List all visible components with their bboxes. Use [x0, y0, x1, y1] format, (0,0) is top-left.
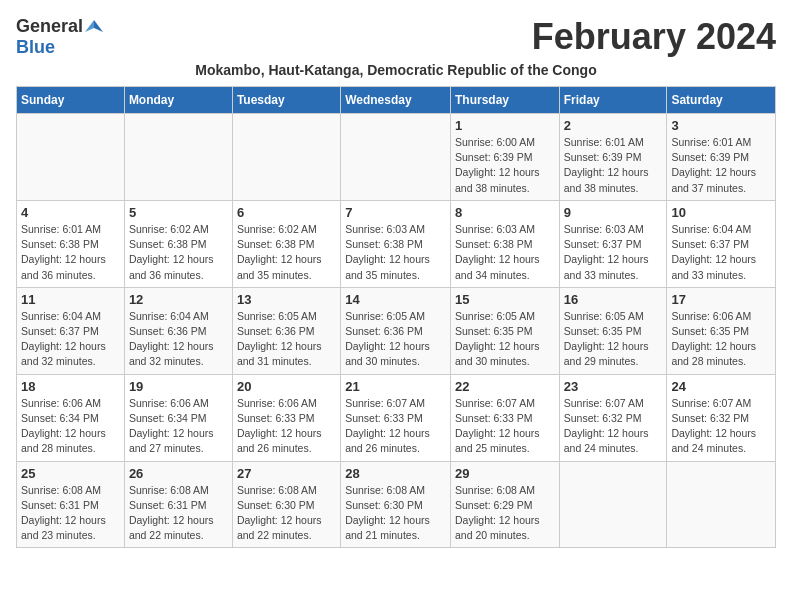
- calendar-cell: 13Sunrise: 6:05 AMSunset: 6:36 PMDayligh…: [232, 287, 340, 374]
- day-info: Sunrise: 6:08 AMSunset: 6:31 PMDaylight:…: [21, 483, 120, 544]
- subtitle: Mokambo, Haut-Katanga, Democratic Republ…: [16, 62, 776, 78]
- calendar-table: SundayMondayTuesdayWednesdayThursdayFrid…: [16, 86, 776, 548]
- day-number: 16: [564, 292, 663, 307]
- day-info: Sunrise: 6:06 AMSunset: 6:34 PMDaylight:…: [129, 396, 228, 457]
- day-number: 28: [345, 466, 446, 481]
- day-info: Sunrise: 6:07 AMSunset: 6:32 PMDaylight:…: [671, 396, 771, 457]
- calendar-cell: [559, 461, 667, 548]
- calendar-cell: 24Sunrise: 6:07 AMSunset: 6:32 PMDayligh…: [667, 374, 776, 461]
- day-info: Sunrise: 6:02 AMSunset: 6:38 PMDaylight:…: [129, 222, 228, 283]
- day-number: 6: [237, 205, 336, 220]
- weekday-header-friday: Friday: [559, 87, 667, 114]
- day-info: Sunrise: 6:06 AMSunset: 6:34 PMDaylight:…: [21, 396, 120, 457]
- day-number: 11: [21, 292, 120, 307]
- day-info: Sunrise: 6:05 AMSunset: 6:36 PMDaylight:…: [237, 309, 336, 370]
- svg-marker-0: [94, 20, 103, 32]
- calendar-cell: 15Sunrise: 6:05 AMSunset: 6:35 PMDayligh…: [450, 287, 559, 374]
- calendar-cell: [232, 114, 340, 201]
- calendar-cell: 28Sunrise: 6:08 AMSunset: 6:30 PMDayligh…: [341, 461, 451, 548]
- calendar-cell: 10Sunrise: 6:04 AMSunset: 6:37 PMDayligh…: [667, 200, 776, 287]
- calendar-cell: 5Sunrise: 6:02 AMSunset: 6:38 PMDaylight…: [124, 200, 232, 287]
- calendar-cell: 2Sunrise: 6:01 AMSunset: 6:39 PMDaylight…: [559, 114, 667, 201]
- calendar-cell: 26Sunrise: 6:08 AMSunset: 6:31 PMDayligh…: [124, 461, 232, 548]
- logo-general: General: [16, 16, 83, 37]
- calendar-cell: 17Sunrise: 6:06 AMSunset: 6:35 PMDayligh…: [667, 287, 776, 374]
- day-info: Sunrise: 6:06 AMSunset: 6:35 PMDaylight:…: [671, 309, 771, 370]
- weekday-header-monday: Monday: [124, 87, 232, 114]
- calendar-cell: 25Sunrise: 6:08 AMSunset: 6:31 PMDayligh…: [17, 461, 125, 548]
- calendar-cell: [667, 461, 776, 548]
- day-number: 23: [564, 379, 663, 394]
- calendar-cell: [17, 114, 125, 201]
- day-info: Sunrise: 6:04 AMSunset: 6:37 PMDaylight:…: [21, 309, 120, 370]
- calendar-cell: 16Sunrise: 6:05 AMSunset: 6:35 PMDayligh…: [559, 287, 667, 374]
- day-number: 8: [455, 205, 555, 220]
- day-info: Sunrise: 6:03 AMSunset: 6:38 PMDaylight:…: [455, 222, 555, 283]
- day-info: Sunrise: 6:01 AMSunset: 6:39 PMDaylight:…: [564, 135, 663, 196]
- day-number: 19: [129, 379, 228, 394]
- day-number: 18: [21, 379, 120, 394]
- calendar-cell: 4Sunrise: 6:01 AMSunset: 6:38 PMDaylight…: [17, 200, 125, 287]
- day-number: 9: [564, 205, 663, 220]
- calendar-cell: 7Sunrise: 6:03 AMSunset: 6:38 PMDaylight…: [341, 200, 451, 287]
- day-info: Sunrise: 6:04 AMSunset: 6:36 PMDaylight:…: [129, 309, 228, 370]
- logo-bird-icon: [85, 18, 103, 36]
- day-number: 12: [129, 292, 228, 307]
- calendar-cell: 27Sunrise: 6:08 AMSunset: 6:30 PMDayligh…: [232, 461, 340, 548]
- day-number: 26: [129, 466, 228, 481]
- calendar-cell: 20Sunrise: 6:06 AMSunset: 6:33 PMDayligh…: [232, 374, 340, 461]
- day-info: Sunrise: 6:07 AMSunset: 6:32 PMDaylight:…: [564, 396, 663, 457]
- svg-marker-1: [85, 20, 94, 32]
- day-info: Sunrise: 6:08 AMSunset: 6:29 PMDaylight:…: [455, 483, 555, 544]
- day-number: 3: [671, 118, 771, 133]
- day-number: 10: [671, 205, 771, 220]
- day-number: 22: [455, 379, 555, 394]
- calendar-cell: 21Sunrise: 6:07 AMSunset: 6:33 PMDayligh…: [341, 374, 451, 461]
- day-info: Sunrise: 6:01 AMSunset: 6:39 PMDaylight:…: [671, 135, 771, 196]
- day-number: 4: [21, 205, 120, 220]
- weekday-header-tuesday: Tuesday: [232, 87, 340, 114]
- calendar-cell: 14Sunrise: 6:05 AMSunset: 6:36 PMDayligh…: [341, 287, 451, 374]
- day-info: Sunrise: 6:01 AMSunset: 6:38 PMDaylight:…: [21, 222, 120, 283]
- day-info: Sunrise: 6:04 AMSunset: 6:37 PMDaylight:…: [671, 222, 771, 283]
- calendar-cell: 3Sunrise: 6:01 AMSunset: 6:39 PMDaylight…: [667, 114, 776, 201]
- month-title: February 2024: [532, 16, 776, 58]
- day-number: 21: [345, 379, 446, 394]
- day-number: 24: [671, 379, 771, 394]
- day-number: 7: [345, 205, 446, 220]
- calendar-cell: 29Sunrise: 6:08 AMSunset: 6:29 PMDayligh…: [450, 461, 559, 548]
- day-info: Sunrise: 6:08 AMSunset: 6:31 PMDaylight:…: [129, 483, 228, 544]
- day-info: Sunrise: 6:07 AMSunset: 6:33 PMDaylight:…: [455, 396, 555, 457]
- day-number: 17: [671, 292, 771, 307]
- day-info: Sunrise: 6:08 AMSunset: 6:30 PMDaylight:…: [237, 483, 336, 544]
- calendar-cell: 8Sunrise: 6:03 AMSunset: 6:38 PMDaylight…: [450, 200, 559, 287]
- calendar-cell: 12Sunrise: 6:04 AMSunset: 6:36 PMDayligh…: [124, 287, 232, 374]
- day-number: 14: [345, 292, 446, 307]
- day-number: 2: [564, 118, 663, 133]
- day-number: 5: [129, 205, 228, 220]
- day-number: 25: [21, 466, 120, 481]
- calendar-cell: 1Sunrise: 6:00 AMSunset: 6:39 PMDaylight…: [450, 114, 559, 201]
- day-info: Sunrise: 6:05 AMSunset: 6:35 PMDaylight:…: [564, 309, 663, 370]
- calendar-cell: 9Sunrise: 6:03 AMSunset: 6:37 PMDaylight…: [559, 200, 667, 287]
- day-number: 1: [455, 118, 555, 133]
- weekday-header-saturday: Saturday: [667, 87, 776, 114]
- day-number: 27: [237, 466, 336, 481]
- day-info: Sunrise: 6:07 AMSunset: 6:33 PMDaylight:…: [345, 396, 446, 457]
- day-info: Sunrise: 6:03 AMSunset: 6:38 PMDaylight:…: [345, 222, 446, 283]
- day-number: 29: [455, 466, 555, 481]
- day-info: Sunrise: 6:05 AMSunset: 6:36 PMDaylight:…: [345, 309, 446, 370]
- calendar-cell: [124, 114, 232, 201]
- calendar-cell: 22Sunrise: 6:07 AMSunset: 6:33 PMDayligh…: [450, 374, 559, 461]
- day-number: 13: [237, 292, 336, 307]
- day-number: 15: [455, 292, 555, 307]
- day-info: Sunrise: 6:03 AMSunset: 6:37 PMDaylight:…: [564, 222, 663, 283]
- logo: General Blue: [16, 16, 103, 58]
- weekday-header-thursday: Thursday: [450, 87, 559, 114]
- day-info: Sunrise: 6:02 AMSunset: 6:38 PMDaylight:…: [237, 222, 336, 283]
- day-info: Sunrise: 6:00 AMSunset: 6:39 PMDaylight:…: [455, 135, 555, 196]
- calendar-cell: [341, 114, 451, 201]
- calendar-cell: 19Sunrise: 6:06 AMSunset: 6:34 PMDayligh…: [124, 374, 232, 461]
- day-info: Sunrise: 6:08 AMSunset: 6:30 PMDaylight:…: [345, 483, 446, 544]
- calendar-cell: 18Sunrise: 6:06 AMSunset: 6:34 PMDayligh…: [17, 374, 125, 461]
